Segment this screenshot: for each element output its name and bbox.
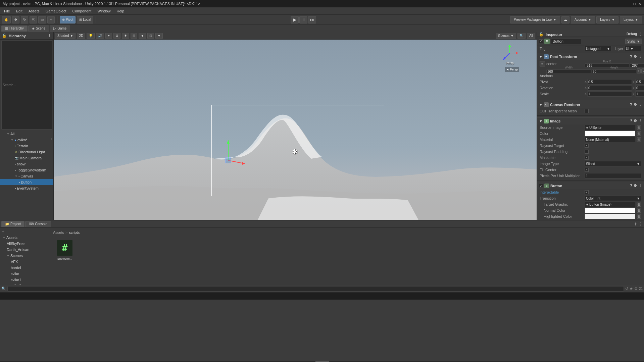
shaded-dropdown[interactable]: Shaded ▼	[55, 33, 76, 39]
scene-canvas[interactable]: Persp ✱ ◄ Persp	[54, 40, 537, 220]
pause-btn[interactable]: ⏸	[299, 16, 307, 23]
normal-color-field[interactable]	[585, 208, 635, 213]
cviko-menu-icon[interactable]: ⋮	[50, 138, 53, 142]
image-settings-icon[interactable]: ⚙	[634, 119, 637, 123]
color-field[interactable]	[585, 131, 635, 136]
local-btn[interactable]: ⊞ Local	[77, 16, 93, 23]
fill-center-checkbox[interactable]	[585, 168, 589, 172]
tab-game[interactable]: ▷ Game	[50, 25, 70, 32]
minimize-btn[interactable]: ─	[628, 2, 631, 6]
hierarchy-lock-icon[interactable]: 🔓	[2, 34, 7, 38]
hierarchy-item-main-camera[interactable]: 📷 Main Camera	[0, 155, 53, 161]
move-tool-btn[interactable]: ✤	[12, 16, 19, 23]
material-field[interactable]: None (Material)	[585, 137, 635, 142]
snap-btn[interactable]: ⊡	[147, 33, 154, 39]
play-btn[interactable]: ▶	[291, 16, 299, 23]
step-btn[interactable]: ⏭	[308, 16, 316, 23]
source-image-field[interactable]: ◈ UISprite	[585, 125, 635, 130]
hierarchy-item-all[interactable]: ▼ All	[0, 131, 53, 137]
hand-tool-btn[interactable]: ✋	[2, 16, 11, 23]
breadcrumb-assets[interactable]: Assets	[53, 230, 64, 235]
scale-x-field[interactable]	[587, 91, 632, 97]
preview-packages-btn[interactable]: Preview Packages in Use ▼	[510, 16, 560, 23]
rect-transform-header[interactable]: ▼ R Rect Transform ? ⚙ ⋮	[537, 53, 644, 60]
grid-settings-btn[interactable]: ▼	[139, 33, 146, 39]
image-menu-icon[interactable]: ⋮	[638, 119, 642, 123]
audio-btn[interactable]: 🔊	[96, 33, 104, 39]
canvas-renderer-header[interactable]: ▼ C Canvas Renderer ? ⚙ ⋮	[537, 101, 644, 108]
tag-dropdown[interactable]: Untagged ▼	[585, 46, 611, 51]
account-btn[interactable]: Account ▼	[571, 16, 595, 23]
layers-btn[interactable]: Layers ▼	[596, 16, 618, 23]
inspector-lock-icon[interactable]: 🔓	[539, 32, 544, 37]
hierarchy-search-input[interactable]	[1, 40, 52, 130]
asset-tree-vfx[interactable]: VFX	[0, 259, 50, 265]
highlighted-color-browse-btn[interactable]: ◎	[637, 214, 641, 219]
pivot-btn[interactable]: ⊕ Pivot	[60, 16, 76, 23]
canvas-help-icon[interactable]: ?	[630, 102, 632, 107]
search-settings-btn[interactable]: ⚙	[634, 287, 638, 291]
height-field[interactable]	[592, 69, 636, 74]
2d-btn[interactable]: 2D	[77, 33, 85, 39]
asset-tree-scenes[interactable]: ▼ Scenes	[0, 253, 50, 259]
highlighted-color-field[interactable]	[585, 214, 635, 219]
component-enabled-checkbox[interactable]	[539, 39, 543, 43]
transform-tool-btn[interactable]: ⊹	[47, 16, 55, 23]
maximize-panel-btn[interactable]: ⬆	[634, 222, 637, 226]
pressed-color-field[interactable]	[585, 220, 635, 220]
snap-settings-btn[interactable]: ▼	[155, 33, 163, 39]
pixels-per-unit-field[interactable]	[585, 173, 641, 178]
tab-console[interactable]: ⌨ Console	[25, 221, 51, 227]
hierarchy-item-eventsystem[interactable]: ▪ EventSystem	[0, 185, 53, 191]
menu-gameobject[interactable]: GameObject	[43, 8, 69, 14]
rotation-y-field[interactable]	[635, 85, 644, 91]
scene-settings-btn[interactable]: ⚙	[113, 33, 120, 39]
raycast-target-checkbox[interactable]	[585, 144, 589, 148]
effects-btn[interactable]: ✦	[105, 33, 112, 39]
bottom-settings-btn[interactable]: ⋮	[639, 222, 643, 226]
rotate-tool-btn[interactable]: ↻	[21, 16, 28, 23]
menu-edit[interactable]: Edit	[13, 8, 25, 14]
component-name-input[interactable]	[551, 38, 581, 44]
constrain-btn2[interactable]: ↔	[641, 68, 644, 73]
hierarchy-item-togglesnowstorm[interactable]: ▪ ToggleSnowstorm	[0, 167, 53, 173]
cull-mesh-checkbox[interactable]	[585, 109, 589, 113]
maximize-btn[interactable]: □	[633, 2, 636, 6]
menu-component[interactable]: Component	[69, 8, 94, 14]
scale-tool-btn[interactable]: ⇱	[30, 16, 37, 23]
maskable-checkbox[interactable]	[585, 156, 589, 160]
asset-item-snowstorm[interactable]: # Snowstor...	[53, 239, 77, 262]
asset-tree-assets[interactable]: ▼ Assets	[0, 235, 50, 241]
rotation-x-field[interactable]	[587, 85, 632, 91]
menu-window[interactable]: Window	[95, 8, 113, 14]
hierarchy-item-cviko[interactable]: ▼ ● cviko* ⋮	[0, 137, 53, 143]
tab-project[interactable]: 📁 Project	[1, 221, 24, 227]
rect-settings-icon[interactable]: ⚙	[634, 54, 637, 59]
refresh-btn[interactable]: ↺	[625, 287, 628, 291]
close-btn[interactable]: ✕	[638, 2, 641, 6]
transition-dropdown[interactable]: Color Tint ▼	[585, 196, 641, 201]
constrain-btn[interactable]: ↕	[637, 68, 641, 73]
tab-hierarchy[interactable]: ☰ Hierarchy	[1, 25, 28, 32]
source-image-browse-btn[interactable]: ◎	[637, 125, 641, 130]
button-component-header[interactable]: B Button ? ⚙ ⋮	[537, 182, 644, 189]
target-graphic-field[interactable]: ◈ Button (Image)	[585, 202, 635, 207]
image-help-icon[interactable]: ?	[630, 119, 632, 123]
inspector-menu-icon[interactable]: ⋮	[638, 32, 642, 37]
asset-tree-bordel[interactable]: bordel	[0, 265, 50, 271]
asset-tree-allskyfree[interactable]: AllSkyFree	[0, 241, 50, 247]
width-field[interactable]	[546, 69, 591, 74]
tab-scene-scene[interactable]: ◈ Scene	[28, 25, 49, 32]
button-menu-icon[interactable]: ⋮	[638, 184, 642, 188]
interactable-checkbox[interactable]	[585, 190, 589, 194]
collab-btn[interactable]: ☁	[561, 16, 569, 23]
breadcrumb-scripts[interactable]: scripts	[69, 230, 80, 235]
layout-btn[interactable]: Layout ▼	[620, 16, 642, 23]
hierarchy-item-terrain[interactable]: ▪ Terrain	[0, 143, 53, 149]
hierarchy-item-button[interactable]: ▪ Button	[0, 179, 53, 185]
gizmos-dropdown[interactable]: Gizmos ▼	[496, 33, 516, 39]
rect-help-icon[interactable]: ?	[630, 54, 632, 59]
hierarchy-item-canvas[interactable]: ▼ ▪ Canvas	[0, 173, 53, 179]
canvas-settings-icon[interactable]: ⚙	[634, 102, 637, 107]
normal-color-browse-btn[interactable]: ◎	[637, 208, 641, 213]
